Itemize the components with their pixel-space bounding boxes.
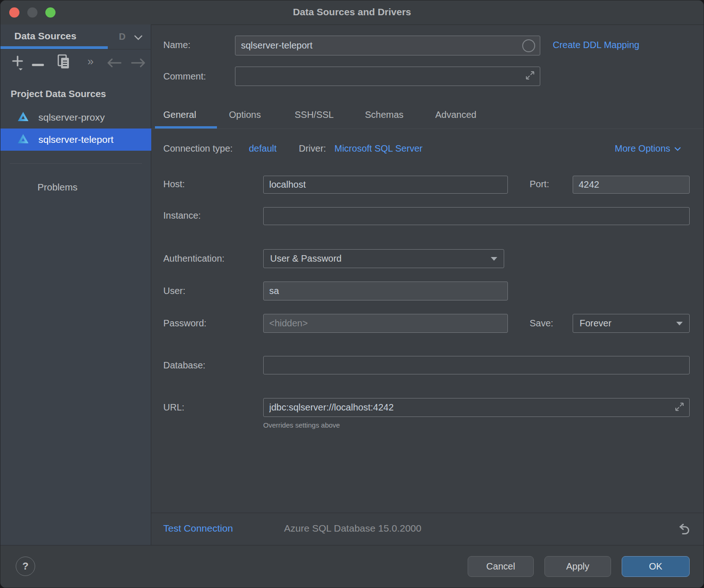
window-title: Data Sources and Drivers (0, 6, 704, 18)
chevron-down-icon (674, 147, 681, 151)
show-more-actions-icon[interactable]: » (87, 55, 93, 68)
driver-label: Driver: (299, 143, 326, 154)
url-hint: Overrides settings above (263, 421, 340, 429)
azure-sqlserver-icon (17, 133, 29, 147)
comment-field-wrap (235, 67, 540, 86)
port-input[interactable] (573, 176, 690, 194)
cancel-button[interactable]: Cancel (468, 556, 534, 577)
data-source-label: sqlserver-teleport (38, 134, 113, 145)
comment-input[interactable] (235, 67, 540, 86)
project-data-sources-header: Project Data Sources (11, 88, 106, 99)
more-options-label: More Options (615, 143, 670, 154)
azure-sqlserver-icon (17, 111, 29, 124)
more-options-link[interactable]: More Options (615, 143, 681, 154)
database-label: Database: (163, 360, 205, 371)
user-label: User: (163, 286, 185, 296)
connection-type-label: Connection type: (163, 143, 233, 154)
back-arrow-icon[interactable] (106, 58, 123, 70)
port-label: Port: (530, 179, 549, 190)
url-field-wrap (263, 398, 690, 417)
help-button[interactable]: ? (16, 557, 35, 576)
authentication-label: Authentication: (163, 253, 224, 264)
sidebar: Data Sources D » Project Data Sources (0, 24, 151, 545)
password-input[interactable] (263, 314, 508, 333)
duplicate-icon[interactable] (56, 53, 72, 73)
instance-label: Instance: (163, 210, 201, 221)
comment-label: Comment: (163, 71, 206, 82)
save-label: Save: (530, 318, 553, 329)
connection-type-value-link[interactable]: default (249, 143, 277, 154)
chevron-down-icon[interactable] (134, 34, 143, 42)
database-input[interactable] (263, 356, 690, 374)
forward-arrow-icon[interactable] (130, 58, 147, 70)
server-version-text: Azure SQL Database 15.0.2000 (284, 523, 421, 534)
url-input[interactable] (264, 398, 689, 416)
ok-button[interactable]: OK (622, 556, 690, 577)
titlebar: Data Sources and Drivers (0, 0, 704, 25)
undo-revert-icon[interactable] (676, 521, 691, 538)
tab-data-sources[interactable]: Data Sources (14, 31, 76, 42)
name-label: Name: (163, 40, 191, 50)
loading-circle-icon (522, 39, 535, 52)
name-field-wrap (235, 36, 540, 55)
password-label: Password: (163, 318, 206, 329)
name-input[interactable] (235, 36, 540, 55)
data-source-label: sqlserver-proxy (38, 112, 105, 123)
tab-ssh-ssl[interactable]: SSH/SSL (295, 110, 333, 120)
url-label: URL: (163, 402, 185, 413)
tab-general[interactable]: General (163, 110, 196, 120)
authentication-select[interactable]: User & Password (263, 249, 504, 268)
tab-drivers-clipped[interactable]: D (119, 31, 125, 42)
instance-input[interactable] (263, 207, 690, 225)
divider (0, 49, 151, 49)
save-select[interactable]: Forever (573, 314, 690, 333)
tab-advanced[interactable]: Advanced (435, 110, 476, 120)
expand-icon[interactable] (674, 402, 685, 414)
add-data-source-icon[interactable] (11, 54, 26, 74)
save-value: Forever (580, 318, 611, 329)
data-sources-dialog: Data Sources and Drivers Data Sources D … (0, 0, 704, 588)
remove-data-source-icon[interactable] (31, 61, 45, 69)
host-input[interactable] (263, 176, 508, 194)
host-label: Host: (163, 179, 185, 190)
sidebar-item-sqlserver-teleport[interactable]: sqlserver-teleport (0, 129, 151, 151)
user-input[interactable] (263, 282, 508, 300)
divider (10, 163, 142, 164)
dropdown-caret-icon (676, 322, 683, 325)
apply-button[interactable]: Apply (544, 556, 611, 577)
dropdown-caret-icon (491, 257, 497, 261)
expand-icon[interactable] (525, 70, 535, 82)
authentication-value: User & Password (270, 253, 342, 264)
tab-options[interactable]: Options (229, 110, 261, 120)
divider (151, 513, 704, 513)
tab-schemas[interactable]: Schemas (365, 110, 403, 120)
problems-link[interactable]: Problems (37, 182, 78, 193)
create-ddl-mapping-link[interactable]: Create DDL Mapping (553, 40, 639, 50)
driver-value-link[interactable]: Microsoft SQL Server (334, 143, 422, 154)
sidebar-item-sqlserver-proxy[interactable]: sqlserver-proxy (0, 106, 151, 129)
divider (151, 129, 704, 129)
test-connection-link[interactable]: Test Connection (163, 523, 233, 534)
